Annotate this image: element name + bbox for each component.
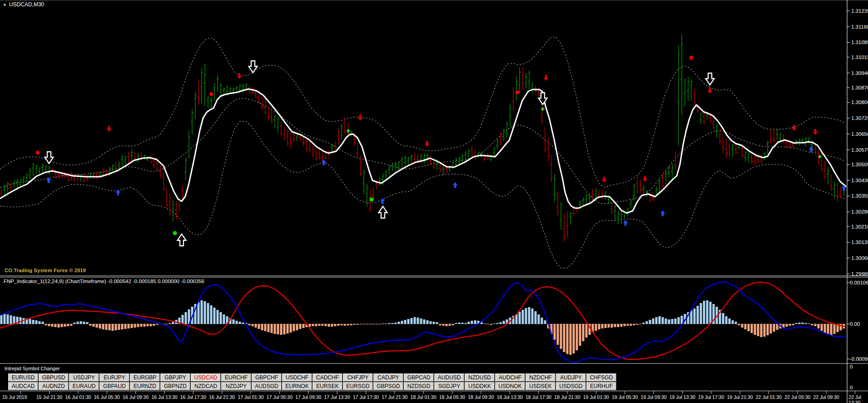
ohlc-bar <box>312 145 314 157</box>
price-axis-label: 1.30870 <box>851 85 868 90</box>
big-down-arrow-signal <box>45 152 54 164</box>
symbol-button-eurjpy[interactable]: EURJPY <box>99 373 129 382</box>
histogram-bar <box>818 324 820 328</box>
histogram-bar <box>401 321 403 324</box>
histogram-bar <box>659 316 661 324</box>
symbol-button-nzdusd[interactable]: NZDUSD <box>465 373 495 382</box>
main-chart-area[interactable] <box>0 34 847 268</box>
ohlc-bar <box>143 154 146 159</box>
histogram-bar <box>522 310 524 324</box>
price-axis-label: 1.30725 <box>851 115 868 121</box>
histogram-bar <box>213 308 216 324</box>
symbol-button-usdsek[interactable]: USDSEK <box>526 382 556 390</box>
price-axis-label: 1.31160 <box>851 24 868 30</box>
green-dot-signal <box>370 198 374 202</box>
symbol-button-gbpnzd[interactable]: GBPNZD <box>160 382 190 390</box>
symbol-button-gbpaud[interactable]: GBPAUD <box>99 382 129 390</box>
symbol-button-nzdsgd[interactable]: NZDSGD <box>404 382 434 390</box>
symbol-button-nzdcad[interactable]: NZDCAD <box>191 382 221 390</box>
chart-symbol-title[interactable]: ▼USDCAD,M30 <box>3 1 44 8</box>
symbol-button-gbpsgd[interactable]: GBPSGD <box>373 382 403 390</box>
symbol-button-gbpusd[interactable]: GBPUSD <box>39 373 69 382</box>
histogram-bar <box>207 303 209 324</box>
time-axis[interactable]: 15 Jul 201915 Jul 21:3016 Jul 01:3016 Ju… <box>0 393 868 403</box>
symbol-button-gbpjpy[interactable]: GBPJPY <box>160 373 190 382</box>
symbol-button-eurnok[interactable]: EURNOK <box>282 382 312 390</box>
symbol-button-nzdchf[interactable]: NZDCHF <box>526 373 556 382</box>
time-axis-label: 18 Jul 17:30 <box>526 394 551 400</box>
ohlc-bar <box>146 156 149 162</box>
symbol-button-sgdjpy[interactable]: SGDJPY <box>434 382 464 390</box>
symbol-button-audusd[interactable]: AUDUSD <box>434 373 464 382</box>
symbol-button-chfjpy[interactable]: CHFJPY <box>343 373 373 382</box>
symbol-button-audcad[interactable]: AUDCAD <box>8 382 38 390</box>
symbol-dropdown-icon[interactable]: ▼ <box>3 3 7 7</box>
symbol-button-audjpy[interactable]: AUDJPY <box>556 373 586 382</box>
indicator-panel-area[interactable] <box>0 282 847 362</box>
time-axis-label: 16 Jul 13:30 <box>151 394 177 400</box>
time-axis-label: 16 Jul 09:30 <box>123 394 149 400</box>
histogram-bar <box>363 324 365 324</box>
chart-canvas[interactable]: 1.312351.311601.310851.310151.309401.308… <box>0 0 868 403</box>
ohlc-bar <box>521 68 524 90</box>
symbol-button-usdchf[interactable]: USDCHF <box>282 373 312 382</box>
histogram-bar <box>118 324 120 330</box>
symbol-button-usdsgd[interactable]: USDSGD <box>556 382 586 390</box>
symbol-button-usdnok[interactable]: USDNOK <box>495 382 525 390</box>
symbol-button-usdjpy[interactable]: USDJPY <box>69 373 99 382</box>
symbol-button-eurusd[interactable]: EURUSD <box>8 373 38 382</box>
symbol-button-eurhuf[interactable]: EURHUF <box>586 382 616 390</box>
indicator-axis-label: 0.00 <box>850 321 860 327</box>
histogram-bar <box>833 324 836 334</box>
histogram-bar <box>821 324 823 331</box>
small-red-down-arrow <box>425 141 430 147</box>
ohlc-bar <box>712 117 715 130</box>
histogram-bar <box>824 324 826 333</box>
symbol-button-euraud[interactable]: EURAUD <box>69 382 99 390</box>
histogram-bar <box>789 324 791 326</box>
symbol-button-usdcad[interactable]: USDCAD <box>191 373 221 382</box>
symbol-button-audnzd[interactable]: AUDNZD <box>39 382 69 390</box>
symbol-button-audchf[interactable]: AUDCHF <box>495 373 525 382</box>
ohlc-bar <box>404 155 407 166</box>
symbol-button-eursek[interactable]: EURSEK <box>312 382 342 390</box>
price-axis-label: 1.30430 <box>851 178 868 183</box>
symbol-button-eursgd[interactable]: EURSGD <box>343 382 373 390</box>
symbol-button-eurchf[interactable]: EURCHF <box>221 373 251 382</box>
price-axis[interactable]: 1.312351.311601.310851.310151.309401.308… <box>847 8 868 390</box>
symbol-button-chfsgd[interactable]: CHFSGD <box>586 373 616 382</box>
histogram-bar <box>80 321 82 324</box>
mt4-chart-window: 1.312351.311601.310851.310151.309401.308… <box>0 0 868 403</box>
ohlc-bar <box>48 166 50 175</box>
small-red-down-arrow <box>643 176 648 182</box>
histogram-bar <box>700 303 702 324</box>
histogram-bar <box>500 322 502 324</box>
histogram-bar <box>439 324 441 325</box>
symbol-button-usddkk[interactable]: USDDKK <box>465 382 495 390</box>
histogram-bar <box>757 324 759 336</box>
ohlc-bar <box>496 139 499 149</box>
ohlc-bar <box>665 171 667 185</box>
histogram-bar <box>236 321 238 324</box>
symbol-button-audsgd[interactable]: AUDSGD <box>252 382 282 390</box>
symbol-button-eurgbp[interactable]: EURGBP <box>130 373 160 382</box>
histogram-bar <box>430 321 432 324</box>
ohlc-bar <box>121 155 124 167</box>
price-axis-label: 1.30280 <box>851 209 868 214</box>
symbol-button-nzdjpy[interactable]: NZDJPY <box>221 382 251 390</box>
symbol-button-cadchf[interactable]: CADCHF <box>312 373 342 382</box>
histogram-bar <box>201 300 203 324</box>
ohlc-bar <box>429 155 432 165</box>
symbol-button-gbpchf[interactable]: GBPCHF <box>252 373 282 382</box>
symbol-button-gbpcad[interactable]: GBPCAD <box>404 373 434 382</box>
histogram-bar <box>407 319 410 324</box>
ohlc-bar <box>579 200 581 210</box>
ohlc-bar <box>267 107 270 121</box>
histogram-bar <box>471 321 473 324</box>
ohlc-bar <box>747 153 750 163</box>
symbol-button-eurnzd[interactable]: EURNZD <box>130 382 160 390</box>
histogram-bar <box>353 324 356 325</box>
ohlc-bar <box>766 141 769 154</box>
symbol-button-cadjpy[interactable]: CADJPY <box>373 373 403 382</box>
ohlc-bar <box>197 80 200 105</box>
